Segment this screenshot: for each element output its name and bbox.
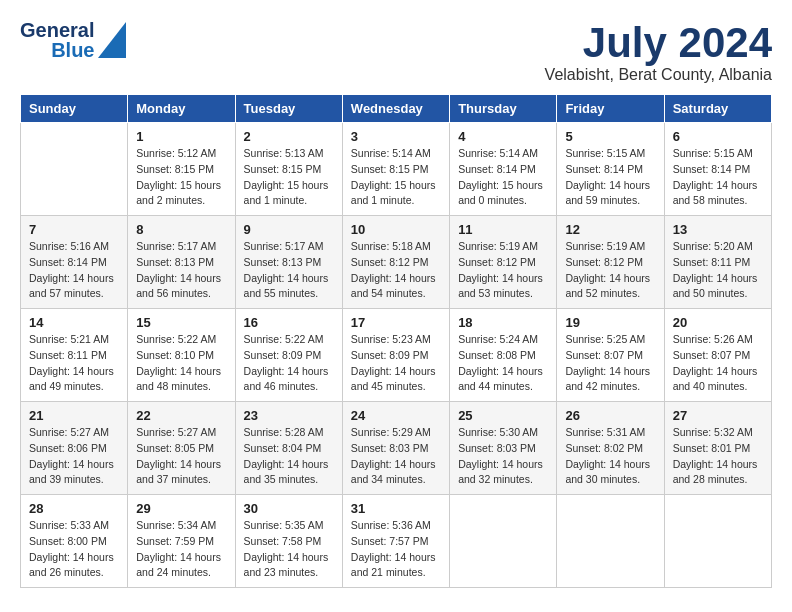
day-number: 8 bbox=[136, 222, 226, 237]
day-number: 5 bbox=[565, 129, 655, 144]
day-info: Sunrise: 5:19 AMSunset: 8:12 PMDaylight:… bbox=[565, 239, 655, 302]
day-number: 25 bbox=[458, 408, 548, 423]
day-number: 1 bbox=[136, 129, 226, 144]
day-info: Sunrise: 5:34 AMSunset: 7:59 PMDaylight:… bbox=[136, 518, 226, 581]
calendar-cell: 7Sunrise: 5:16 AMSunset: 8:14 PMDaylight… bbox=[21, 216, 128, 309]
day-info: Sunrise: 5:25 AMSunset: 8:07 PMDaylight:… bbox=[565, 332, 655, 395]
day-number: 27 bbox=[673, 408, 763, 423]
day-info: Sunrise: 5:32 AMSunset: 8:01 PMDaylight:… bbox=[673, 425, 763, 488]
calendar-cell: 28Sunrise: 5:33 AMSunset: 8:00 PMDayligh… bbox=[21, 495, 128, 588]
day-number: 17 bbox=[351, 315, 441, 330]
day-info: Sunrise: 5:28 AMSunset: 8:04 PMDaylight:… bbox=[244, 425, 334, 488]
calendar-cell: 25Sunrise: 5:30 AMSunset: 8:03 PMDayligh… bbox=[450, 402, 557, 495]
day-info: Sunrise: 5:27 AMSunset: 8:06 PMDaylight:… bbox=[29, 425, 119, 488]
day-info: Sunrise: 5:18 AMSunset: 8:12 PMDaylight:… bbox=[351, 239, 441, 302]
day-info: Sunrise: 5:14 AMSunset: 8:14 PMDaylight:… bbox=[458, 146, 548, 209]
calendar-header-saturday: Saturday bbox=[664, 95, 771, 123]
calendar-cell bbox=[664, 495, 771, 588]
day-number: 20 bbox=[673, 315, 763, 330]
day-number: 29 bbox=[136, 501, 226, 516]
day-info: Sunrise: 5:16 AMSunset: 8:14 PMDaylight:… bbox=[29, 239, 119, 302]
day-number: 13 bbox=[673, 222, 763, 237]
day-info: Sunrise: 5:33 AMSunset: 8:00 PMDaylight:… bbox=[29, 518, 119, 581]
calendar-week-3: 14Sunrise: 5:21 AMSunset: 8:11 PMDayligh… bbox=[21, 309, 772, 402]
day-number: 4 bbox=[458, 129, 548, 144]
logo-line2: Blue bbox=[51, 40, 94, 60]
day-info: Sunrise: 5:14 AMSunset: 8:15 PMDaylight:… bbox=[351, 146, 441, 209]
day-info: Sunrise: 5:22 AMSunset: 8:09 PMDaylight:… bbox=[244, 332, 334, 395]
day-number: 23 bbox=[244, 408, 334, 423]
day-info: Sunrise: 5:21 AMSunset: 8:11 PMDaylight:… bbox=[29, 332, 119, 395]
calendar-header-row: SundayMondayTuesdayWednesdayThursdayFrid… bbox=[21, 95, 772, 123]
day-number: 31 bbox=[351, 501, 441, 516]
calendar-cell bbox=[450, 495, 557, 588]
day-info: Sunrise: 5:36 AMSunset: 7:57 PMDaylight:… bbox=[351, 518, 441, 581]
calendar-header-sunday: Sunday bbox=[21, 95, 128, 123]
calendar-cell: 15Sunrise: 5:22 AMSunset: 8:10 PMDayligh… bbox=[128, 309, 235, 402]
day-number: 12 bbox=[565, 222, 655, 237]
day-number: 16 bbox=[244, 315, 334, 330]
calendar-cell: 12Sunrise: 5:19 AMSunset: 8:12 PMDayligh… bbox=[557, 216, 664, 309]
calendar-header-thursday: Thursday bbox=[450, 95, 557, 123]
day-number: 22 bbox=[136, 408, 226, 423]
day-info: Sunrise: 5:13 AMSunset: 8:15 PMDaylight:… bbox=[244, 146, 334, 209]
day-number: 6 bbox=[673, 129, 763, 144]
day-info: Sunrise: 5:27 AMSunset: 8:05 PMDaylight:… bbox=[136, 425, 226, 488]
calendar: SundayMondayTuesdayWednesdayThursdayFrid… bbox=[20, 94, 772, 588]
calendar-cell: 13Sunrise: 5:20 AMSunset: 8:11 PMDayligh… bbox=[664, 216, 771, 309]
calendar-cell: 30Sunrise: 5:35 AMSunset: 7:58 PMDayligh… bbox=[235, 495, 342, 588]
day-info: Sunrise: 5:24 AMSunset: 8:08 PMDaylight:… bbox=[458, 332, 548, 395]
day-number: 3 bbox=[351, 129, 441, 144]
calendar-cell: 27Sunrise: 5:32 AMSunset: 8:01 PMDayligh… bbox=[664, 402, 771, 495]
calendar-cell: 6Sunrise: 5:15 AMSunset: 8:14 PMDaylight… bbox=[664, 123, 771, 216]
day-number: 14 bbox=[29, 315, 119, 330]
calendar-cell: 9Sunrise: 5:17 AMSunset: 8:13 PMDaylight… bbox=[235, 216, 342, 309]
calendar-cell: 14Sunrise: 5:21 AMSunset: 8:11 PMDayligh… bbox=[21, 309, 128, 402]
calendar-cell: 2Sunrise: 5:13 AMSunset: 8:15 PMDaylight… bbox=[235, 123, 342, 216]
day-number: 15 bbox=[136, 315, 226, 330]
calendar-cell: 23Sunrise: 5:28 AMSunset: 8:04 PMDayligh… bbox=[235, 402, 342, 495]
calendar-cell: 1Sunrise: 5:12 AMSunset: 8:15 PMDaylight… bbox=[128, 123, 235, 216]
calendar-week-1: 1Sunrise: 5:12 AMSunset: 8:15 PMDaylight… bbox=[21, 123, 772, 216]
day-info: Sunrise: 5:31 AMSunset: 8:02 PMDaylight:… bbox=[565, 425, 655, 488]
day-info: Sunrise: 5:23 AMSunset: 8:09 PMDaylight:… bbox=[351, 332, 441, 395]
logo-line1: General bbox=[20, 20, 94, 40]
calendar-header-friday: Friday bbox=[557, 95, 664, 123]
calendar-cell: 17Sunrise: 5:23 AMSunset: 8:09 PMDayligh… bbox=[342, 309, 449, 402]
day-number: 10 bbox=[351, 222, 441, 237]
svg-marker-0 bbox=[98, 22, 126, 58]
calendar-cell: 31Sunrise: 5:36 AMSunset: 7:57 PMDayligh… bbox=[342, 495, 449, 588]
calendar-cell: 4Sunrise: 5:14 AMSunset: 8:14 PMDaylight… bbox=[450, 123, 557, 216]
day-info: Sunrise: 5:15 AMSunset: 8:14 PMDaylight:… bbox=[673, 146, 763, 209]
calendar-cell: 29Sunrise: 5:34 AMSunset: 7:59 PMDayligh… bbox=[128, 495, 235, 588]
month-title: July 2024 bbox=[545, 20, 772, 66]
calendar-cell: 24Sunrise: 5:29 AMSunset: 8:03 PMDayligh… bbox=[342, 402, 449, 495]
header: General Blue July 2024 Velabisht, Berat … bbox=[20, 20, 772, 84]
day-info: Sunrise: 5:26 AMSunset: 8:07 PMDaylight:… bbox=[673, 332, 763, 395]
day-info: Sunrise: 5:17 AMSunset: 8:13 PMDaylight:… bbox=[244, 239, 334, 302]
day-number: 18 bbox=[458, 315, 548, 330]
day-info: Sunrise: 5:20 AMSunset: 8:11 PMDaylight:… bbox=[673, 239, 763, 302]
calendar-cell: 16Sunrise: 5:22 AMSunset: 8:09 PMDayligh… bbox=[235, 309, 342, 402]
calendar-header-monday: Monday bbox=[128, 95, 235, 123]
day-info: Sunrise: 5:22 AMSunset: 8:10 PMDaylight:… bbox=[136, 332, 226, 395]
day-info: Sunrise: 5:17 AMSunset: 8:13 PMDaylight:… bbox=[136, 239, 226, 302]
day-number: 19 bbox=[565, 315, 655, 330]
day-number: 26 bbox=[565, 408, 655, 423]
calendar-cell: 21Sunrise: 5:27 AMSunset: 8:06 PMDayligh… bbox=[21, 402, 128, 495]
day-number: 9 bbox=[244, 222, 334, 237]
day-number: 21 bbox=[29, 408, 119, 423]
calendar-cell: 22Sunrise: 5:27 AMSunset: 8:05 PMDayligh… bbox=[128, 402, 235, 495]
calendar-cell bbox=[557, 495, 664, 588]
day-info: Sunrise: 5:29 AMSunset: 8:03 PMDaylight:… bbox=[351, 425, 441, 488]
day-info: Sunrise: 5:19 AMSunset: 8:12 PMDaylight:… bbox=[458, 239, 548, 302]
calendar-cell: 3Sunrise: 5:14 AMSunset: 8:15 PMDaylight… bbox=[342, 123, 449, 216]
calendar-cell: 10Sunrise: 5:18 AMSunset: 8:12 PMDayligh… bbox=[342, 216, 449, 309]
calendar-week-4: 21Sunrise: 5:27 AMSunset: 8:06 PMDayligh… bbox=[21, 402, 772, 495]
calendar-cell: 11Sunrise: 5:19 AMSunset: 8:12 PMDayligh… bbox=[450, 216, 557, 309]
calendar-week-2: 7Sunrise: 5:16 AMSunset: 8:14 PMDaylight… bbox=[21, 216, 772, 309]
calendar-header-tuesday: Tuesday bbox=[235, 95, 342, 123]
calendar-cell: 5Sunrise: 5:15 AMSunset: 8:14 PMDaylight… bbox=[557, 123, 664, 216]
day-number: 11 bbox=[458, 222, 548, 237]
day-number: 30 bbox=[244, 501, 334, 516]
